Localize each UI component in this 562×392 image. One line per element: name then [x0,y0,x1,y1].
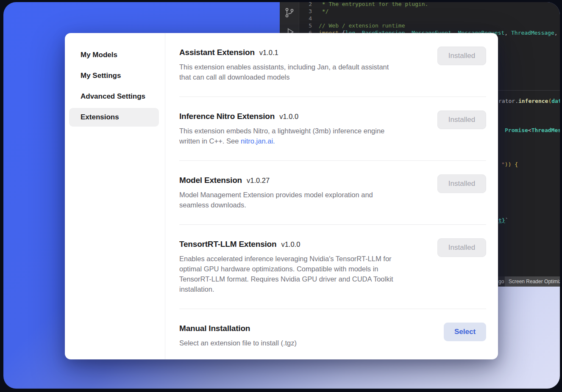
extension-item-assistant: Assistant Extension v1.0.1 This extensio… [179,33,486,97]
installed-button[interactable]: Installed [437,47,486,65]
status-text-fragment: go [498,276,504,287]
extension-item-tensorrt-llm: TensortRT-LLM Extension v1.0.0 Enables a… [179,225,486,309]
extension-description: This extension enables assistants, inclu… [179,62,389,82]
sidebar-item-label: Extensions [81,113,119,121]
installed-button[interactable]: Installed [437,238,486,257]
settings-sidebar: My Models My Settings Advanced Settings … [65,33,165,359]
sidebar-item-label: Advanced Settings [81,92,145,101]
sidebar-item-my-models[interactable]: My Models [69,46,159,64]
nitro-jan-ai-link[interactable]: nitro.jan.ai. [241,137,275,145]
code-line: 2 * The entrypoint for the plugin. [302,2,560,8]
extension-item-model: Model Extension v1.0.27 Model Management… [179,161,486,225]
source-control-branch-icon[interactable] [284,7,295,18]
sidebar-item-advanced-settings[interactable]: Advanced Settings [69,87,159,106]
sidebar-item-label: My Models [81,51,117,59]
settings-panel: My Models My Settings Advanced Settings … [65,33,498,359]
extension-description: This extension embeds Nitro, a lightweig… [179,126,384,146]
extension-description: Enables accelerated inference leveraging… [179,254,393,294]
screen-reader-label: Screen Reader Optimize [509,279,560,284]
code-line: 3 */ [302,8,560,15]
extension-title: Model Extension [179,174,242,186]
code-lines: 2 * The entrypoint for the plugin. 3 */ … [302,2,560,36]
extension-title: TensortRT-LLM Extension [179,238,276,250]
select-button[interactable]: Select [444,323,486,341]
extension-version: v1.0.0 [281,240,300,248]
manual-installation-description: Select an extension file to install (.tg… [179,338,297,348]
status-screen-reader-item[interactable]: Screen Reader Optimize [505,276,560,287]
extension-description: Model Management Extension provides mode… [179,190,373,210]
extensions-list: Assistant Extension v1.0.1 This extensio… [165,33,498,359]
extension-version: v1.0.27 [247,177,270,185]
manual-installation-title: Manual Installation [179,323,250,334]
code-fragment: Promise<ThreadMessage> [505,127,560,133]
installed-button[interactable]: Installed [437,174,486,193]
screenshot-canvas: 2 * The entrypoint for the plugin. 3 */ … [0,0,562,392]
extension-title: Inference Nitro Extension [179,110,275,122]
sidebar-item-my-settings[interactable]: My Settings [69,66,159,85]
extension-title: Assistant Extension [179,47,255,58]
code-fragment: rator.inference(data)); [498,98,560,104]
sidebar-item-extensions[interactable]: Extensions [69,108,159,127]
code-fragment: t}` [498,217,508,224]
code-fragment: ")) { [501,161,518,168]
code-line: 4 [302,15,560,22]
code-line: 5 // Web / extension runtime [302,22,560,29]
extension-version: v1.0.1 [259,49,278,57]
extension-item-inference-nitro: Inference Nitro Extension v1.0.0 This ex… [179,97,486,161]
sidebar-item-label: My Settings [81,72,121,80]
manual-installation-item: Manual Installation Select an extension … [179,309,486,359]
installed-button[interactable]: Installed [437,110,486,129]
extension-version: v1.0.0 [279,113,298,121]
editor-section-divider [494,90,560,91]
